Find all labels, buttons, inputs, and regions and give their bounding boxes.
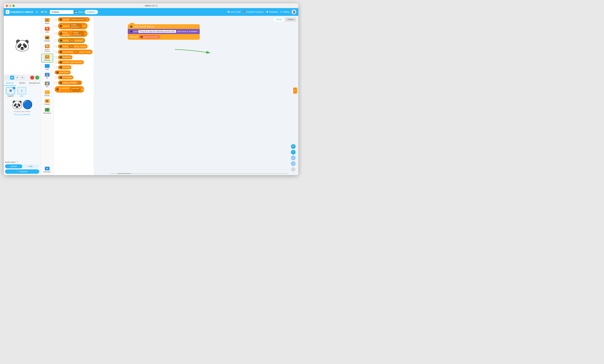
print-block[interactable]: ⬛ print Press B to start line following … (128, 29, 200, 34)
block-hostname[interactable]: ⬛ hostname (58, 75, 73, 79)
block-joystick-dir3-dropdown[interactable]: middle pressed ▾ (72, 31, 84, 36)
block-reset-button[interactable]: ⬛ reset button A ▾ press counts (58, 50, 92, 54)
block-connector-icon8: ⬛ (60, 61, 62, 63)
tab-devices[interactable]: Devices (4, 81, 16, 85)
block-loudness-checkbox[interactable] (55, 56, 57, 59)
stop-button[interactable] (30, 76, 34, 80)
block-button-a-dropdown[interactable]: A ▾ (69, 39, 74, 42)
block-button-press-count-checkbox[interactable] (55, 45, 57, 48)
expand-view-button[interactable]: ⛶ (5, 76, 9, 80)
extension-icon: + (45, 167, 50, 170)
add-device-button[interactable]: + (17, 87, 26, 95)
list-view-button[interactable]: ☰ (15, 76, 19, 80)
category-display[interactable]: 📺 Display (41, 35, 53, 43)
block-hostname-checkbox[interactable] (55, 76, 57, 79)
feedback-button[interactable]: 💬 Feedback (266, 11, 278, 13)
user-guide-button[interactable]: 📖 User Guide (227, 11, 241, 13)
category-control[interactable]: ⚙ Control (41, 98, 53, 106)
file-menu-button[interactable]: 📁 File (39, 10, 49, 14)
block-reset-timer[interactable]: ⬛ reset timer (55, 70, 71, 74)
redo-button[interactable]: ↪ (291, 161, 296, 166)
scrollbar-thumb[interactable] (118, 173, 131, 174)
upload-mode-button[interactable]: Upload (5, 164, 22, 168)
window-title: mBlock v5.4.3 (145, 5, 157, 7)
block-joystick-pressed-checkbox[interactable] (55, 18, 57, 21)
block-button-press-count[interactable]: ⬛ button A ▾ press counts (58, 44, 88, 49)
reset-zoom-button[interactable]: ＝ (291, 167, 296, 172)
block-ambient-light-checkbox[interactable] (55, 61, 57, 63)
ai-icon: 🤖 (45, 73, 50, 77)
block-reset-joystick[interactable]: ⬛ reset joystick middle pressed ▾ c (58, 30, 88, 37)
block-joystick-dir2-dropdown[interactable]: middle pressed ▾ (70, 24, 82, 28)
category-events[interactable]: ⚡ Events (41, 89, 53, 97)
tab-background[interactable]: Background (28, 81, 41, 85)
help-icon: ⓘ (16, 161, 18, 163)
block-reset-button-a-dropdown[interactable]: A ▾ (74, 50, 79, 53)
minimize-button[interactable] (9, 5, 11, 7)
refresh-icon[interactable]: ↻ (36, 11, 38, 14)
category-extension[interactable]: + extension (41, 166, 53, 174)
hat-block[interactable]: ⬛ when CyberPi starts up (128, 24, 200, 29)
audio-label: Audio (45, 22, 49, 24)
block-reset-button-checkbox[interactable] (55, 51, 57, 53)
block-button-pressed[interactable]: ⬛ button A ▾ pressed? (58, 38, 85, 43)
block-competition[interactable]: ⬛ competition in automatic ▾ stage (55, 86, 84, 93)
block-battery-dropdown[interactable]: ▾ (77, 81, 80, 84)
block-joystick-pressed[interactable]: ⬛ joystick middle pressed ▾ ? (58, 17, 90, 22)
operators-label: Operators (43, 112, 51, 114)
connect-button[interactable]: 🔗 Connect (5, 169, 39, 174)
setting-button[interactable]: ⚙ Setting (280, 11, 289, 13)
brand-logo: M makeblock | mBlock (6, 10, 33, 14)
block-timer-checkbox[interactable] (55, 66, 57, 69)
save-button[interactable]: 💾 Save (75, 11, 83, 13)
block-joystick-count-checkbox[interactable] (55, 25, 57, 27)
tab-blocks[interactable]: Blocks (274, 17, 285, 22)
undo-button[interactable]: ↩ (291, 156, 296, 160)
category-sensing[interactable]: 🔬 Sensing (41, 54, 53, 62)
block-button-a2-dropdown[interactable]: A ▾ (69, 45, 74, 48)
zoom-in-button[interactable]: 🔍 (291, 144, 296, 149)
code-tabs: Blocks Python (274, 17, 297, 22)
category-audio[interactable]: 🔊 Audio (41, 17, 53, 25)
tab-python[interactable]: Python (285, 17, 297, 22)
category-led[interactable]: 💡 LED (41, 26, 53, 34)
project-name-input[interactable] (50, 10, 74, 14)
live-mode-button[interactable]: Live (22, 164, 39, 168)
close-button[interactable] (6, 5, 8, 7)
block-loudness[interactable]: ⬛ loudness (58, 55, 73, 59)
maximize-button[interactable] (13, 5, 15, 7)
how-to-use-device-link[interactable]: How to use device? (14, 113, 30, 116)
zoom-out-button[interactable]: 🔍 (291, 150, 296, 155)
run-button[interactable] (35, 76, 39, 80)
print-string: Press B to start line following and A to… (138, 30, 176, 33)
block-battery-checkbox[interactable] (55, 82, 57, 84)
block-joystick-direction-dropdown[interactable]: middle pressed ▾ (70, 18, 86, 21)
block-button-pressed-checkbox[interactable] (55, 39, 57, 42)
block-competition-mode-dropdown[interactable]: automatic ▾ (70, 87, 80, 92)
example-programs-button[interactable]: 📚 Example Programs (243, 11, 264, 13)
horizontal-scrollbar[interactable] (111, 173, 288, 174)
book-icon: 📖 (227, 11, 230, 13)
wait-block[interactable]: wait until ⬛ button A pressed? (128, 34, 200, 40)
category-lan[interactable]: 🌐 LAN (41, 63, 53, 71)
tile-view-button[interactable]: ⊞ (20, 76, 24, 80)
block-joystick-count[interactable]: ⬛ joystick middle pressed ▾ cou (58, 23, 88, 29)
block-ambient-light[interactable]: ⬛ ambient light intensity (58, 60, 84, 64)
block-connector-icon11: ⬛ (60, 76, 62, 79)
block-timer[interactable]: ⬛ timer(s) (58, 65, 71, 69)
code-side-button[interactable]: </> (293, 87, 297, 94)
user-avatar[interactable]: 👤 (291, 10, 296, 14)
block-reset-joystick-checkbox[interactable] (55, 33, 57, 35)
device-remove-button[interactable]: ✕ (13, 87, 15, 89)
category-motion-sensing[interactable]: 📡 Motion Sensing (41, 43, 53, 53)
wait-condition-block[interactable]: ⬛ button A pressed? (139, 35, 160, 38)
category-ai[interactable]: 🤖 AI (41, 72, 53, 80)
cyberpi-device[interactable]: 🖥 ✕ CyberPi (5, 87, 16, 97)
category-operators[interactable]: ➕ Operators (41, 107, 53, 115)
grid-view-button[interactable]: ▦ (10, 76, 14, 80)
category-iot[interactable]: 📶 IoT (41, 81, 53, 89)
publish-button[interactable]: Publish (85, 10, 98, 14)
block-battery[interactable]: ⬛ battery level(%) ▾ (58, 81, 82, 85)
block-button-press-count-row: ⬛ button A ▾ press counts (55, 44, 93, 49)
tab-sprites[interactable]: Sprites (16, 81, 28, 85)
